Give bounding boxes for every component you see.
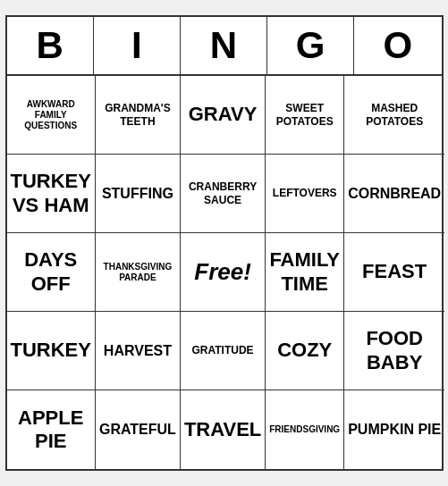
bingo-letter-g: G (267, 17, 354, 74)
bingo-cell-16: HARVEST (96, 312, 181, 390)
cell-text-15: TURKEY (11, 339, 91, 362)
bingo-cell-1: GRANDMA'S TEETH (96, 76, 181, 155)
bingo-cell-20: APPLE PIE (7, 390, 96, 469)
bingo-cell-14: FEAST (344, 233, 444, 312)
bingo-cell-21: GRATEFUL (96, 390, 181, 469)
cell-text-18: COZY (277, 339, 332, 362)
bingo-cell-12: Free! (181, 233, 266, 312)
cell-text-23: FRIENDSGIVING (269, 424, 340, 435)
bingo-cell-5: TURKEY VS HAM (7, 155, 96, 233)
bingo-cell-7: CRANBERRY SAUCE (181, 155, 266, 233)
cell-text-22: TRAVEL (184, 418, 261, 441)
cell-text-16: HARVEST (104, 342, 172, 359)
cell-text-21: GRATEFUL (99, 421, 176, 438)
cell-text-14: FEAST (362, 260, 427, 283)
bingo-cell-10: DAYS OFF (7, 233, 96, 312)
bingo-cell-11: THANKSGIVING PARADE (96, 233, 181, 312)
bingo-letter-i: I (94, 17, 181, 74)
cell-text-19: FOOD BABY (348, 327, 441, 374)
bingo-cell-4: MASHED POTATOES (344, 76, 444, 155)
cell-text-17: GRATITUDE (192, 344, 254, 356)
cell-text-20: APPLE PIE (11, 406, 91, 454)
cell-text-12: Free! (194, 258, 251, 286)
bingo-cell-0: AWKWARD FAMILY QUESTIONS (7, 76, 96, 155)
bingo-cell-3: SWEET POTATOES (266, 76, 344, 155)
bingo-card: BINGO AWKWARD FAMILY QUESTIONSGRANDMA'S … (5, 15, 444, 471)
bingo-cell-8: LEFTOVERS (266, 155, 344, 233)
bingo-letter-n: N (181, 17, 267, 74)
bingo-cell-24: PUMPKIN PIE (344, 390, 444, 469)
cell-text-2: GRAVY (189, 103, 258, 126)
cell-text-4: MASHED POTATOES (348, 102, 441, 128)
cell-text-24: PUMPKIN PIE (348, 421, 441, 438)
bingo-cell-19: FOOD BABY (344, 312, 444, 390)
bingo-cell-9: CORNBREAD (344, 155, 444, 233)
bingo-cell-6: STUFFING (96, 155, 181, 233)
cell-text-9: CORNBREAD (348, 185, 441, 202)
bingo-letter-o: O (354, 17, 441, 74)
bingo-cell-22: TRAVEL (181, 390, 266, 469)
cell-text-1: GRANDMA'S TEETH (99, 102, 176, 128)
bingo-cell-18: COZY (266, 312, 344, 390)
cell-text-8: LEFTOVERS (273, 187, 337, 199)
bingo-cell-13: FAMILY TIME (266, 233, 344, 312)
cell-text-7: CRANBERRY SAUCE (184, 180, 261, 206)
bingo-header: BINGO (7, 17, 442, 76)
bingo-letter-b: B (7, 17, 94, 74)
cell-text-11: THANKSGIVING PARADE (99, 262, 176, 283)
bingo-cell-23: FRIENDSGIVING (266, 390, 344, 469)
bingo-cell-17: GRATITUDE (181, 312, 266, 390)
cell-text-5: TURKEY VS HAM (11, 170, 91, 217)
cell-text-6: STUFFING (102, 185, 173, 202)
bingo-cell-15: TURKEY (7, 312, 96, 390)
bingo-cell-2: GRAVY (181, 76, 266, 155)
cell-text-0: AWKWARD FAMILY QUESTIONS (11, 99, 91, 131)
cell-text-3: SWEET POTATOES (269, 102, 340, 128)
bingo-grid: AWKWARD FAMILY QUESTIONSGRANDMA'S TEETHG… (7, 76, 442, 469)
cell-text-10: DAYS OFF (11, 248, 91, 296)
cell-text-13: FAMILY TIME (269, 248, 340, 296)
